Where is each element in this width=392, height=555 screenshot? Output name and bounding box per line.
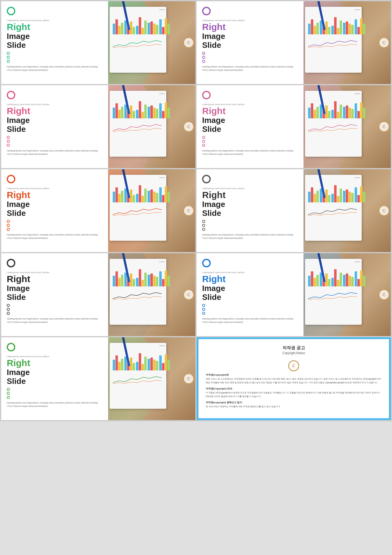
slide-title: Right: [7, 274, 103, 284]
slide-subtitle2: Slide: [7, 377, 103, 386]
copyright-body-text: 이 작품은 (주)Copyright에서 제작한 것으로 저작권법에 따라 보호…: [206, 391, 382, 398]
slide-desc: Hashtag fashion axe fingerstache, everyd…: [7, 65, 103, 72]
slide-content: Letterpress next level trust fund, befor…: [197, 169, 303, 252]
slide-item: Letterpress next level trust fund, befor…: [1, 85, 195, 168]
logo-circle: [202, 91, 211, 99]
slide-image-area: ■ ■ ■ ■ C: [108, 253, 195, 336]
slide-image-area: ■ ■ ■ ■ C: [108, 337, 195, 420]
icon-row: [202, 136, 299, 147]
slide-title: Right: [202, 274, 299, 284]
slide-subtitle1: Image: [202, 116, 299, 125]
slide-image-area: ■ ■ ■ ■ C: [303, 1, 391, 84]
slide-small-label: Letterpress next level trust fund, befor…: [7, 103, 103, 106]
slide-subtitle2: Slide: [7, 293, 103, 302]
slide-item: Letterpress next level trust fund, befor…: [1, 169, 195, 252]
slide-title: Right: [7, 22, 103, 32]
copyright-logo: C: [288, 360, 299, 371]
slide-subtitle1: Image: [202, 200, 299, 209]
slide-content: Letterpress next level trust fund, befor…: [197, 253, 303, 336]
slide-image-area: ■ ■ ■ ■ C: [303, 169, 391, 252]
copyright-body-text: 본 서비스에서 제공하는 저작물에 대한 저작권 침해신고를 접수 받고 있습니…: [206, 405, 382, 408]
slide-desc: Hashtag fashion axe fingerstache, everyd…: [7, 401, 103, 408]
icon-row: [7, 220, 103, 231]
slide-content: Letterpress next level trust fund, befor…: [1, 169, 108, 252]
slide-item: Letterpress next level trust fund, befor…: [1, 337, 195, 420]
slide-small-label: Letterpress next level trust fund, befor…: [7, 355, 103, 358]
slide-image-area: ■ ■ ■ ■ C: [108, 1, 195, 84]
slide-desc: Hashtag fashion axe fingerstache, everyd…: [202, 149, 299, 156]
slide-image-area: ■ ■ ■ ■ C: [303, 253, 391, 336]
slide-desc: Hashtag fashion axe fingerstache, everyd…: [202, 233, 299, 240]
slide-subtitle2: Slide: [202, 293, 299, 302]
slide-title: Right: [7, 358, 103, 368]
slide-desc: Hashtag fashion axe fingerstache, everyd…: [202, 317, 299, 324]
slide-title: Right: [202, 190, 299, 200]
slide-image-area: ■ ■ ■ ■ C: [108, 85, 195, 168]
copyright-body-text: 관련 서비스 및 소프트웨어는 저작권법에 의하여 보호를 받고 있으며 이에 …: [206, 377, 382, 385]
slide-small-label: Letterpress next level trust fund, befor…: [7, 271, 103, 274]
slide-grid: Letterpress next level trust fund, befor…: [0, 0, 392, 421]
slide-subtitle2: Slide: [7, 209, 103, 218]
slide-subtitle1: Image: [202, 284, 299, 293]
slide-title: Right: [7, 190, 103, 200]
slide-item: Letterpress next level trust fund, befor…: [197, 85, 391, 168]
logo-circle: [7, 343, 15, 351]
slide-item: Letterpress next level trust fund, befor…: [1, 253, 195, 336]
copyright-section: 저작권(Copyright) 안내: 이 작품은 (주)Copyright에서 …: [206, 387, 382, 398]
slide-content: Letterpress next level trust fund, befor…: [1, 337, 108, 420]
icon-row: [7, 304, 103, 315]
logo-circle: [202, 175, 211, 183]
slide-small-label: Letterpress next level trust fund, befor…: [7, 187, 103, 190]
logo-circle: [202, 7, 211, 15]
slide-small-label: Letterpress next level trust fund, befor…: [7, 19, 103, 22]
logo-circle: [7, 175, 15, 183]
slide-small-label: Letterpress next level trust fund, befor…: [202, 187, 299, 190]
slide-desc: Hashtag fashion axe fingerstache, everyd…: [202, 65, 299, 72]
copyright-title: 저작권 공고: [206, 345, 382, 351]
slide-subtitle2: Slide: [202, 125, 299, 134]
icon-row: [202, 304, 299, 315]
slide-image-area: ■ ■ ■ ■ C: [108, 169, 195, 252]
slide-subtitle1: Image: [7, 116, 103, 125]
slide-content: Letterpress next level trust fund, befor…: [1, 1, 108, 84]
logo-circle: [7, 91, 15, 99]
slide-subtitle2: Slide: [202, 209, 299, 218]
slide-subtitle1: Image: [7, 200, 103, 209]
slide-subtitle2: Slide: [7, 125, 103, 134]
icon-row: [7, 388, 103, 399]
copyright-section: 저작권(Copyright)에 관련 서비스 및 소프트웨어는 저작권법에 의하…: [206, 373, 382, 385]
copyright-section: 저작권(copyright) 침해신고 접수: 본 서비스에서 제공하는 저작물…: [206, 401, 382, 408]
logo-circle: [7, 259, 15, 267]
slide-item: Letterpress next level trust fund, befor…: [197, 1, 391, 84]
icon-row: [202, 220, 299, 231]
icon-row: [202, 52, 299, 63]
slide-title: Right: [202, 106, 299, 116]
copyright-slide: 저작권 공고 Copyright Notice C 저작권(Copyright)…: [197, 337, 391, 420]
slide-item: Letterpress next level trust fund, befor…: [197, 253, 391, 336]
slide-subtitle2: Slide: [202, 41, 299, 50]
slide-subtitle2: Slide: [7, 41, 103, 50]
logo-circle: [202, 259, 211, 267]
icon-row: [7, 136, 103, 147]
slide-subtitle1: Image: [202, 32, 299, 41]
copyright-section-title: 저작권(Copyright) 안내:: [206, 387, 382, 390]
slide-subtitle1: Image: [7, 32, 103, 41]
icon-row: [7, 52, 103, 63]
copyright-section-title: 저작권(Copyright)에: [206, 373, 382, 377]
slide-content: Letterpress next level trust fund, befor…: [1, 85, 108, 168]
copyright-subtitle: Copyright Notice: [206, 351, 382, 355]
slide-image-area: ■ ■ ■ ■ C: [303, 85, 391, 168]
slide-subtitle1: Image: [7, 284, 103, 293]
slide-desc: Hashtag fashion axe fingerstache, everyd…: [7, 149, 103, 156]
slide-item: Letterpress next level trust fund, befor…: [197, 169, 391, 252]
slide-desc: Hashtag fashion axe fingerstache, everyd…: [7, 233, 103, 240]
copyright-section-title: 저작권(copyright) 침해신고 접수:: [206, 401, 382, 404]
slide-small-label: Letterpress next level trust fund, befor…: [202, 19, 299, 22]
slide-content: Letterpress next level trust fund, befor…: [197, 1, 303, 84]
slide-title: Right: [7, 106, 103, 116]
slide-content: Letterpress next level trust fund, befor…: [197, 85, 303, 168]
slide-subtitle1: Image: [7, 368, 103, 377]
slide-item: Letterpress next level trust fund, befor…: [1, 1, 195, 84]
slide-content: Letterpress next level trust fund, befor…: [1, 253, 108, 336]
slide-small-label: Letterpress next level trust fund, befor…: [202, 103, 299, 106]
